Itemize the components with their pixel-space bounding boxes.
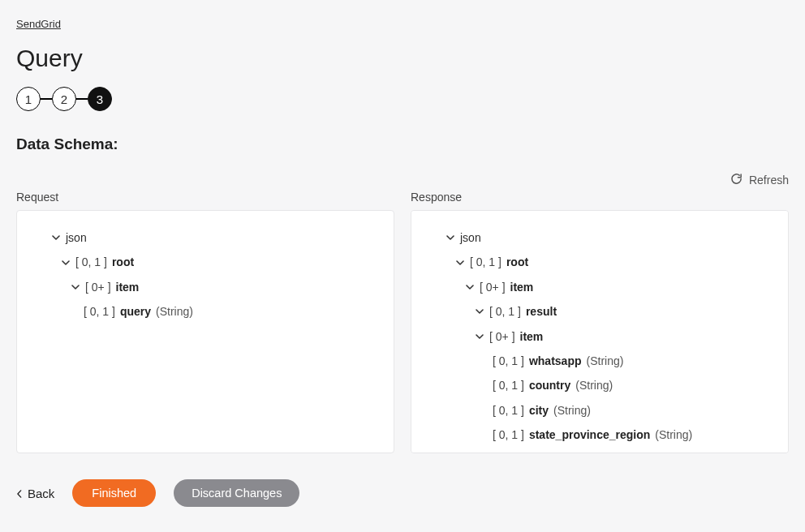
step-connector xyxy=(41,98,52,100)
chevron-down-icon[interactable] xyxy=(446,233,455,242)
chevron-down-icon[interactable] xyxy=(475,332,484,341)
tree-node-cardinality: [ 0, 1 ] xyxy=(493,376,524,394)
tree-node-label: json xyxy=(460,229,481,247)
chevron-down-icon[interactable] xyxy=(465,282,475,292)
tree-node-cardinality: [ 0, 1 ] xyxy=(84,302,115,320)
tree-node-name: result xyxy=(526,302,557,320)
tree-node-name: item xyxy=(116,278,140,296)
tree-node-cardinality: [ 0, 1 ] xyxy=(493,352,524,370)
chevron-down-icon[interactable] xyxy=(475,307,484,316)
finished-button[interactable]: Finished xyxy=(72,479,156,507)
request-panel: Request json[ 0, 1 ] root[ 0+ ] item[ 0,… xyxy=(16,191,394,453)
tree-node-cardinality: [ 0, 1 ] xyxy=(470,253,502,271)
tree-node-cardinality: [ 0+ ] xyxy=(480,278,506,296)
tree-node-cardinality: [ 0+ ] xyxy=(85,278,111,296)
tree-node-type: (String) xyxy=(553,451,591,453)
request-tree: json[ 0, 1 ] root[ 0+ ] item[ 0, 1 ] que… xyxy=(16,210,394,453)
tree-node[interactable]: [ 0+ ] item xyxy=(28,275,382,299)
tree-node-type: (String) xyxy=(655,426,692,444)
tree-node-cardinality: [ 0, 1 ] xyxy=(489,302,521,320)
step-1[interactable]: 1 xyxy=(16,87,41,111)
tree-node-cardinality: [ 0+ ] xyxy=(489,328,515,345)
refresh-label: Refresh xyxy=(749,174,789,187)
tree-node-name: item xyxy=(510,278,534,296)
tree-node: [ 0, 1 ] whatsapp (String) xyxy=(423,349,777,373)
back-button[interactable]: Back xyxy=(16,487,54,500)
tree-node-type: (String) xyxy=(156,302,193,320)
request-panel-label: Request xyxy=(16,191,394,204)
step-3[interactable]: 3 xyxy=(88,87,112,111)
tree-node: [ 0, 1 ] line (String) xyxy=(423,448,777,453)
tree-node-cardinality: [ 0, 1 ] xyxy=(493,426,524,444)
tree-node-name: query xyxy=(120,302,151,320)
chevron-down-icon[interactable] xyxy=(455,258,465,268)
tree-node-cardinality: [ 0, 1 ] xyxy=(493,401,524,419)
stepper: 123 xyxy=(16,87,789,111)
page-title: Query xyxy=(16,45,789,72)
tree-node-name: whatsapp xyxy=(529,352,582,370)
tree-node: [ 0, 1 ] query (String) xyxy=(28,299,382,324)
tree-node: [ 0, 1 ] city (String) xyxy=(423,398,777,423)
step-2[interactable]: 2 xyxy=(52,87,76,111)
tree-node-cardinality: [ 0, 1 ] xyxy=(493,451,524,453)
footer-actions: Back Finished Discard Changes xyxy=(16,479,789,507)
tree-node-type: (String) xyxy=(587,352,624,370)
tree-node[interactable]: [ 0, 1 ] root xyxy=(423,250,777,274)
refresh-button[interactable]: Refresh xyxy=(730,173,789,187)
discard-button[interactable]: Discard Changes xyxy=(174,479,299,507)
chevron-left-icon xyxy=(16,487,23,500)
tree-node-name: root xyxy=(112,253,134,271)
tree-node[interactable]: [ 0+ ] item xyxy=(423,324,777,349)
tree-node[interactable]: json xyxy=(423,225,777,250)
tree-node[interactable]: [ 0+ ] item xyxy=(423,275,777,299)
tree-node[interactable]: json xyxy=(28,225,382,250)
tree-node: [ 0, 1 ] state_province_region (String) xyxy=(423,423,777,447)
response-tree: json[ 0, 1 ] root[ 0+ ] item[ 0, 1 ] res… xyxy=(411,210,789,453)
chevron-down-icon[interactable] xyxy=(51,233,61,242)
tree-node-type: (String) xyxy=(575,376,613,394)
breadcrumb[interactable]: SendGrid xyxy=(16,18,61,30)
tree-node-name: state_province_region xyxy=(529,426,650,444)
tree-node-name: item xyxy=(520,328,544,345)
tree-node-label: json xyxy=(66,229,87,247)
response-panel: Response json[ 0, 1 ] root[ 0+ ] item[ 0… xyxy=(411,191,789,453)
tree-node-name: root xyxy=(506,253,528,271)
tree-node[interactable]: [ 0, 1 ] result xyxy=(423,299,777,324)
schema-panels: Request json[ 0, 1 ] root[ 0+ ] item[ 0,… xyxy=(16,191,789,453)
tree-node[interactable]: [ 0, 1 ] root xyxy=(28,250,382,274)
refresh-icon xyxy=(730,173,743,187)
chevron-down-icon[interactable] xyxy=(71,282,80,292)
chevron-down-icon[interactable] xyxy=(61,258,71,268)
tree-node-name: line xyxy=(529,451,549,453)
tree-node-name: city xyxy=(529,401,549,419)
step-connector xyxy=(76,98,88,100)
response-panel-label: Response xyxy=(411,191,789,204)
back-label: Back xyxy=(28,487,54,500)
section-title: Data Schema: xyxy=(16,135,789,153)
tree-node-type: (String) xyxy=(553,401,591,419)
tree-node: [ 0, 1 ] country (String) xyxy=(423,373,777,397)
tree-node-cardinality: [ 0, 1 ] xyxy=(75,253,107,271)
tree-node-name: country xyxy=(529,376,570,394)
